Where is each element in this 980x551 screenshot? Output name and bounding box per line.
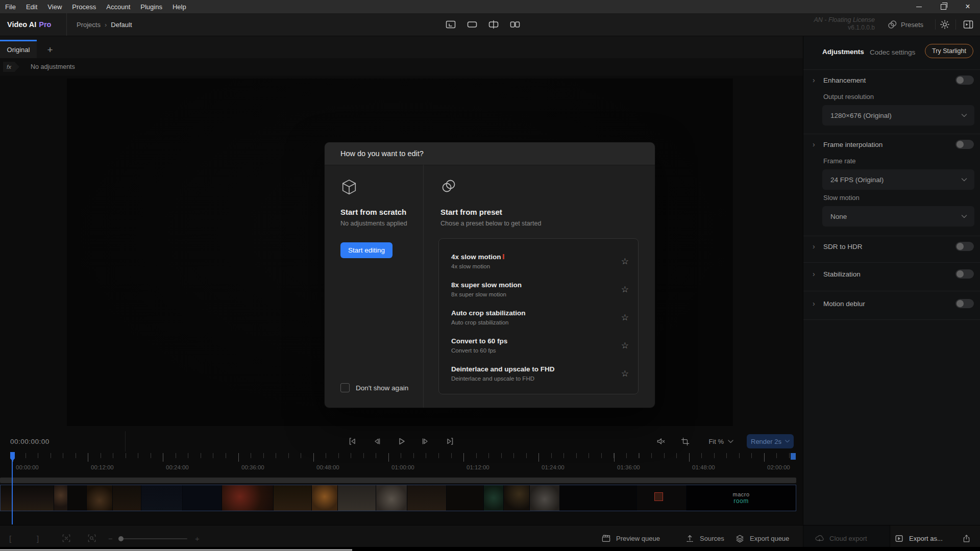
menu-plugins[interactable]: Plugins (135, 3, 167, 11)
menu-edit[interactable]: Edit (21, 3, 42, 11)
filmstrip-thumbnail[interactable] (113, 485, 141, 511)
slider-knob[interactable] (118, 536, 124, 541)
breadcrumb-chevron-icon: › (105, 21, 107, 29)
single-view-icon[interactable] (445, 19, 456, 30)
side-by-side-view-icon[interactable] (509, 19, 521, 30)
split-view-icon[interactable] (488, 19, 499, 30)
favorite-star-icon[interactable]: ☆ (621, 285, 629, 294)
favorite-star-icon[interactable]: ☆ (621, 341, 629, 350)
filmstrip-thumbnail[interactable] (141, 485, 182, 511)
preset-circles-icon (440, 178, 457, 194)
export-file-icon (894, 534, 904, 543)
timeline-zoom-slider[interactable] (118, 538, 187, 539)
enhancement-toggle[interactable] (955, 76, 974, 85)
chevron-right-icon: › (813, 270, 820, 278)
favorite-star-icon[interactable]: ☆ (621, 313, 629, 322)
filmstrip-thumbnail[interactable] (68, 485, 86, 511)
timeline-ruler[interactable]: 00:00:00 00:12:00 00:24:00 00:36:00 00:4… (0, 452, 803, 477)
tick-label: 00:00:00 (16, 464, 39, 470)
adjustments-status-text: No adjustments (31, 63, 75, 70)
start-editing-button[interactable]: Start editing (340, 242, 393, 258)
cube-icon (340, 178, 358, 196)
favorite-star-icon[interactable]: ☆ (621, 257, 629, 266)
crop-button[interactable] (680, 437, 690, 446)
tick-label: 01:12:00 (467, 464, 489, 470)
filmstrip-thumbnail[interactable] (637, 485, 686, 511)
filmstrip-thumbnail[interactable] (376, 485, 407, 511)
filmstrip-thumbnail[interactable] (222, 485, 273, 511)
preset-item-deinterlace-upscale-fhd[interactable]: Deinterlace and upscale to FHD Deinterla… (439, 362, 638, 390)
tab-original[interactable]: Original (0, 40, 37, 58)
filmstrip-thumbnail[interactable] (407, 485, 446, 511)
filmstrip-thumbnail[interactable] (504, 485, 529, 511)
play-button[interactable] (395, 435, 407, 447)
output-resolution-dropdown[interactable]: 1280×676 (Original) (822, 105, 974, 126)
timeline-scrollbar[interactable] (0, 478, 796, 483)
mute-button[interactable] (656, 436, 666, 446)
stabilization-toggle[interactable] (955, 269, 974, 279)
menu-account[interactable]: Account (101, 3, 135, 11)
tab-codec-settings[interactable]: Codec settings (870, 48, 915, 56)
preset-item-auto-crop-stabilization[interactable]: Auto crop stabilization Auto crop stabil… (439, 306, 638, 334)
render-button[interactable]: Render 2s (747, 434, 794, 448)
divider (955, 19, 956, 30)
window-maximize-button[interactable] (931, 0, 955, 13)
preset-item-4x-slow-motion[interactable]: 4x slow motion 4x slow motion ☆ (439, 250, 638, 278)
app-edition-badge: Pro (39, 20, 51, 29)
app-version: v6.1.0.0.b (814, 24, 875, 32)
try-starlight-button[interactable]: Try Starlight (925, 44, 973, 58)
window-close-button[interactable]: × (955, 0, 980, 13)
zoom-mode-selector[interactable]: Fit % (708, 438, 724, 445)
playhead-line[interactable] (12, 452, 13, 524)
section-frame-interpolation[interactable]: › Frame interpolation (803, 137, 980, 152)
timeline-end-marker[interactable] (791, 453, 796, 460)
go-to-end-button[interactable] (444, 435, 456, 447)
filmstrip-thumbnail[interactable] (447, 485, 483, 511)
filmstrip-thumbnail[interactable] (87, 485, 112, 511)
filmstrip-thumbnail[interactable] (338, 485, 376, 511)
menu-file[interactable]: File (0, 3, 21, 11)
divider (803, 236, 980, 236)
dont-show-again-label[interactable]: Don't show again (356, 384, 408, 392)
filmstrip-thumbnail[interactable] (54, 485, 67, 511)
filmstrip-thumbnail[interactable] (312, 485, 337, 511)
section-stabilization[interactable]: › Stabilization (803, 266, 980, 282)
presets-button[interactable]: Presets (887, 13, 923, 36)
section-sdr-to-hdr[interactable]: › SDR to HDR (803, 239, 980, 254)
menu-help[interactable]: Help (167, 3, 191, 11)
filmstrip-thumbnail[interactable] (484, 485, 503, 511)
preset-item-8x-super-slow-motion[interactable]: 8x super slow motion 8x super slow motio… (439, 278, 638, 306)
breadcrumb-projects[interactable]: Projects (77, 21, 101, 29)
go-to-start-button[interactable] (346, 435, 358, 447)
filmstrip-thumbnail[interactable] (1, 485, 54, 511)
filmstrip-thumbnail[interactable] (560, 485, 636, 511)
add-tab-button[interactable]: + (42, 41, 58, 58)
full-view-icon[interactable] (467, 19, 478, 30)
sdr-to-hdr-toggle[interactable] (955, 242, 974, 251)
dont-show-again-checkbox[interactable] (340, 383, 350, 392)
window-minimize-button[interactable] (906, 0, 931, 13)
motion-deblur-toggle[interactable] (955, 299, 974, 308)
chevron-down-icon (961, 114, 967, 117)
preset-item-convert-to-60fps[interactable]: Convert to 60 fps Convert to 60 fps ☆ (439, 334, 638, 362)
frame-interpolation-toggle[interactable] (955, 140, 974, 149)
frame-rate-label: Frame rate (823, 157, 856, 165)
menu-process[interactable]: Process (67, 3, 101, 11)
section-motion-deblur[interactable]: › Motion deblur (803, 296, 980, 311)
filmstrip-thumbnail[interactable] (183, 485, 222, 511)
frame-rate-dropdown[interactable]: 24 FPS (Original) (822, 169, 974, 190)
filmstrip-thumbnail-macro-room[interactable]: macro room (687, 485, 796, 511)
tab-adjustments[interactable]: Adjustments (822, 48, 864, 56)
slow-motion-dropdown[interactable]: None (822, 206, 974, 227)
right-panel-toggle-button[interactable] (960, 13, 977, 36)
previous-frame-button[interactable] (371, 435, 383, 447)
menu-view[interactable]: View (42, 3, 67, 11)
section-enhancement[interactable]: › Enhancement (803, 72, 980, 88)
next-frame-button[interactable] (420, 435, 432, 447)
chevron-right-icon: › (813, 299, 820, 308)
breadcrumb-current[interactable]: Default (111, 21, 132, 29)
filmstrip-thumbnail[interactable] (530, 485, 559, 511)
favorite-star-icon[interactable]: ☆ (621, 369, 629, 378)
filmstrip-thumbnail[interactable] (274, 485, 311, 511)
settings-button[interactable] (936, 13, 953, 36)
